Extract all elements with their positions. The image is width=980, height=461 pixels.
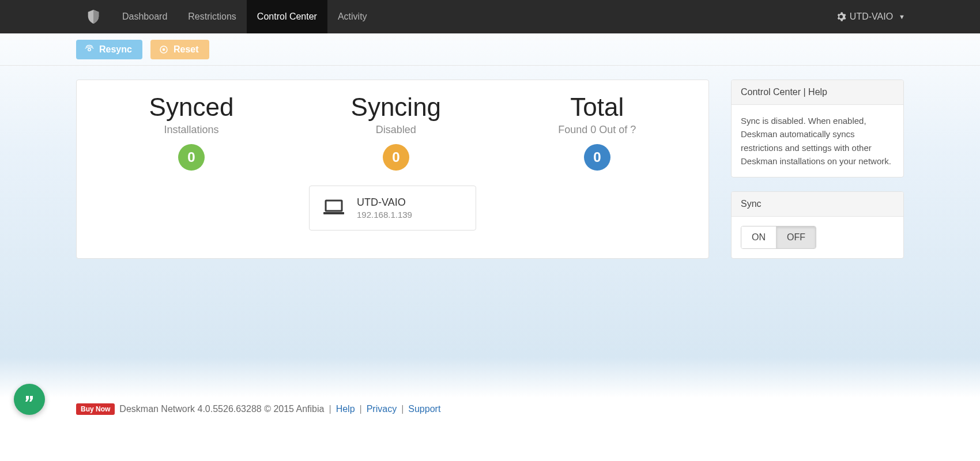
stat-syncing-badge: 0 <box>383 144 409 171</box>
svg-point-0 <box>88 48 91 51</box>
stat-synced-title: Synced <box>149 93 234 122</box>
stat-syncing: Syncing Disabled 0 <box>351 93 442 171</box>
stat-syncing-sub: Disabled <box>351 124 442 136</box>
device-card[interactable]: UTD-VAIO 192.168.1.139 <box>309 186 476 231</box>
reset-button[interactable]: Reset <box>150 40 209 59</box>
shield-icon <box>86 9 100 24</box>
help-panel: Control Center | Help Sync is disabled. … <box>731 80 904 177</box>
reset-label: Reset <box>174 44 199 55</box>
target-icon <box>159 44 169 55</box>
stat-total: Total Found 0 Out of ? 0 <box>558 93 636 171</box>
stat-total-badge: 0 <box>584 144 610 171</box>
sync-on-button[interactable]: ON <box>741 226 777 248</box>
stat-syncing-title: Syncing <box>351 93 442 122</box>
stat-synced: Synced Installations 0 <box>149 93 234 171</box>
sync-panel: Sync ON OFF <box>731 191 904 259</box>
sync-toggle: ON OFF <box>741 226 816 249</box>
footer-link-privacy[interactable]: Privacy <box>367 404 397 414</box>
stat-total-title: Total <box>558 93 636 122</box>
nav-dashboard[interactable]: Dashboard <box>112 0 178 33</box>
buy-now-badge[interactable]: Buy Now <box>76 403 115 415</box>
device-name: UTD-VAIO <box>357 197 412 209</box>
user-label: UTD-VAIO <box>850 12 893 22</box>
action-toolbar: Resync Reset <box>0 33 980 66</box>
brand-logo[interactable] <box>86 9 100 24</box>
user-menu[interactable]: UTD-VAIO ▼ <box>836 0 905 33</box>
footer-link-support[interactable]: Support <box>408 404 440 414</box>
device-ip: 192.168.1.139 <box>357 210 412 220</box>
broadcast-icon <box>84 44 95 55</box>
laptop-icon <box>322 198 345 218</box>
main-panel: Synced Installations 0 Syncing Disabled … <box>76 80 709 259</box>
nav-control-center[interactable]: Control Center <box>247 0 327 33</box>
nav-restrictions[interactable]: Restrictions <box>178 0 247 33</box>
stat-total-sub: Found 0 Out of ? <box>558 124 636 136</box>
caret-down-icon: ▼ <box>899 13 905 20</box>
svg-rect-4 <box>323 212 344 214</box>
resync-button[interactable]: Resync <box>76 40 142 59</box>
stat-synced-sub: Installations <box>149 124 234 136</box>
footer-link-help[interactable]: Help <box>336 404 355 414</box>
stat-synced-badge: 0 <box>178 144 205 171</box>
top-navbar: Dashboard Restrictions Control Center Ac… <box>0 0 980 33</box>
svg-rect-3 <box>326 201 342 211</box>
footer: Buy Now Deskman Network 4.0.5526.63288 ©… <box>0 396 980 422</box>
svg-point-2 <box>163 48 164 50</box>
help-panel-body: Sync is disabled. When enabled, Deskman … <box>732 105 903 177</box>
footer-product: Deskman Network 4.0.5526.63288 © 2015 An… <box>119 404 324 414</box>
resync-label: Resync <box>99 44 132 55</box>
sync-panel-title: Sync <box>732 192 903 217</box>
nav-activity[interactable]: Activity <box>327 0 378 33</box>
gear-icon <box>836 12 846 22</box>
sync-off-button[interactable]: OFF <box>777 226 816 248</box>
help-panel-title: Control Center | Help <box>732 80 903 105</box>
